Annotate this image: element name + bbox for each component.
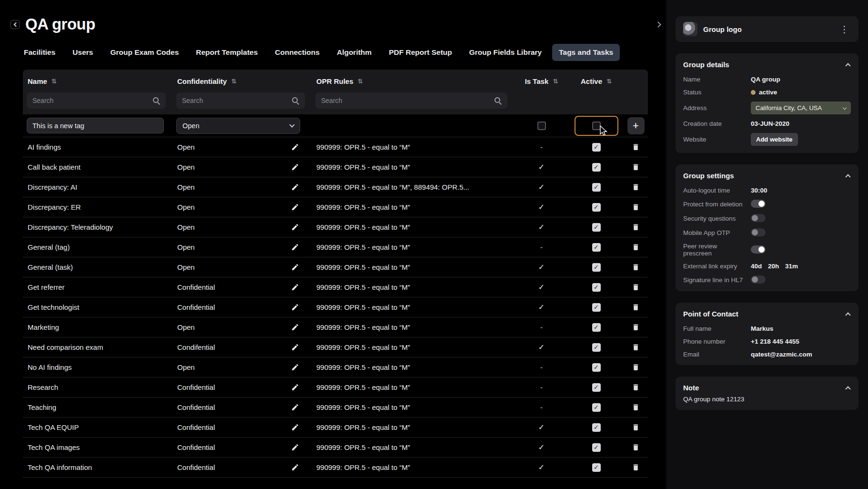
active-checkbox[interactable]	[592, 463, 601, 472]
active-checkbox[interactable]	[592, 203, 601, 212]
sort-icon[interactable]: ⇅	[358, 78, 363, 85]
delete-button[interactable]	[632, 163, 640, 171]
delete-button[interactable]	[632, 323, 640, 331]
add-tag-button[interactable]: +	[627, 117, 645, 134]
active-checkbox[interactable]	[592, 223, 601, 232]
edit-pencil-icon[interactable]	[291, 243, 299, 251]
confidentiality-search-input[interactable]	[176, 92, 305, 109]
delete-button[interactable]	[632, 363, 640, 371]
table-row: AI findingsOpen990999: OPR.5 - equal to …	[23, 137, 648, 157]
edit-pencil-icon[interactable]	[291, 163, 299, 171]
back-button[interactable]	[10, 20, 20, 29]
tab-report-templates[interactable]: Report Templates	[189, 44, 264, 61]
active-checkbox[interactable]	[592, 363, 601, 372]
is-task-cell: ✓	[514, 463, 569, 472]
active-checkbox[interactable]	[592, 323, 601, 332]
new-tag-confidentiality-select[interactable]: Open	[176, 118, 300, 134]
edit-pencil-icon[interactable]	[291, 223, 299, 231]
toggle-peer-review-prescreen[interactable]	[751, 245, 766, 254]
active-checkbox[interactable]	[592, 383, 601, 392]
edit-pencil-icon[interactable]	[291, 403, 299, 411]
active-checkbox[interactable]	[592, 163, 601, 172]
edit-pencil-icon[interactable]	[291, 363, 299, 371]
active-checkbox[interactable]	[592, 303, 601, 312]
column-header-is-task[interactable]: Is Task ⇅	[514, 77, 569, 85]
delete-button[interactable]	[632, 243, 640, 251]
delete-button[interactable]	[632, 443, 640, 451]
edit-pencil-icon[interactable]	[291, 203, 299, 211]
delete-button[interactable]	[632, 423, 640, 431]
active-checkbox[interactable]	[592, 183, 601, 192]
column-header-active[interactable]: Active ⇅	[569, 77, 624, 85]
edit-pencil-icon[interactable]	[291, 303, 299, 311]
delete-button[interactable]	[632, 283, 640, 291]
delete-button[interactable]	[632, 203, 640, 211]
active-checkbox[interactable]	[592, 423, 601, 432]
tab-users[interactable]: Users	[66, 44, 100, 61]
delete-button[interactable]	[632, 383, 640, 391]
active-checkbox[interactable]	[592, 283, 601, 292]
edit-pencil-icon[interactable]	[291, 423, 299, 431]
delete-button[interactable]	[632, 143, 640, 151]
address-select[interactable]: California City, CA, USA	[751, 102, 851, 114]
active-checkbox[interactable]	[592, 243, 601, 252]
delete-button[interactable]	[632, 263, 640, 271]
is-task-cell: -	[514, 323, 569, 331]
tab-algorithm[interactable]: Algorithm	[330, 44, 378, 61]
sort-icon[interactable]: ⇅	[553, 78, 558, 85]
kebab-menu-icon[interactable]: ⋮	[838, 24, 851, 35]
edit-pencil-icon[interactable]	[291, 343, 299, 351]
new-tag-is-task-checkbox[interactable]	[537, 122, 546, 130]
tab-facilities[interactable]: Facilities	[17, 44, 62, 61]
toggle-protect-from-deletion[interactable]	[751, 200, 766, 208]
edit-pencil-icon[interactable]	[291, 463, 299, 471]
edit-pencil-icon[interactable]	[291, 283, 299, 291]
name-search-input[interactable]	[27, 92, 166, 109]
table-body: AI findingsOpen990999: OPR.5 - equal to …	[23, 137, 648, 478]
active-checkbox[interactable]	[592, 403, 601, 412]
delete-button[interactable]	[632, 463, 640, 471]
new-tag-name-input[interactable]	[27, 118, 164, 133]
active-checkbox[interactable]	[592, 143, 601, 152]
edit-pencil-icon[interactable]	[291, 263, 299, 271]
delete-button[interactable]	[632, 303, 640, 311]
opr-search-input[interactable]	[315, 92, 507, 109]
edit-pencil-icon[interactable]	[291, 183, 299, 191]
tab-pdf-report-setup[interactable]: PDF Report Setup	[382, 44, 459, 61]
table-row: Tech QA informationConfidential990999: O…	[23, 458, 648, 478]
toggle-security-questions[interactable]	[751, 214, 766, 222]
collapse-section-icon[interactable]	[845, 174, 850, 179]
field-label: Creation date	[683, 120, 746, 127]
table-row: Call back patientOpen990999: OPR.5 - equ…	[23, 157, 648, 177]
tab-group-exam-codes[interactable]: Group Exam Codes	[103, 44, 185, 61]
tab-group-fields-library[interactable]: Group Fields Library	[463, 44, 548, 61]
delete-button[interactable]	[632, 223, 640, 231]
edit-pencil-icon[interactable]	[291, 143, 299, 151]
active-checkbox[interactable]	[592, 263, 601, 272]
delete-button[interactable]	[632, 183, 640, 191]
toggle-mobile-app-otp[interactable]	[751, 228, 766, 236]
column-header-name[interactable]: Name ⇅	[23, 77, 172, 85]
collapse-section-icon[interactable]	[845, 386, 850, 391]
sort-icon[interactable]: ⇅	[606, 78, 612, 85]
edit-pencil-icon[interactable]	[291, 443, 299, 451]
column-header-confidentiality[interactable]: Confidentiality ⇅	[172, 77, 312, 85]
sort-icon[interactable]: ⇅	[231, 78, 236, 85]
toggle-signature-line-in-hl7[interactable]	[751, 275, 766, 284]
edit-pencil-icon[interactable]	[291, 383, 299, 391]
column-header-opr-rules[interactable]: OPR Rules ⇅	[312, 77, 514, 85]
delete-button[interactable]	[632, 403, 640, 411]
edit-pencil-icon[interactable]	[291, 323, 299, 331]
tab-tags-and-tasks[interactable]: Tags and Tasks	[552, 44, 620, 61]
confidentiality-value: Open	[177, 243, 195, 251]
collapse-section-icon[interactable]	[845, 312, 850, 317]
delete-button[interactable]	[632, 343, 640, 351]
add-website-button[interactable]: Add website	[751, 133, 798, 146]
is-task-check-icon: ✓	[538, 443, 545, 452]
collapse-section-icon[interactable]	[845, 63, 850, 68]
panel-collapse-button[interactable]	[652, 18, 664, 31]
sort-icon[interactable]: ⇅	[51, 78, 57, 85]
tab-connections[interactable]: Connections	[268, 44, 326, 61]
active-checkbox[interactable]	[592, 343, 601, 352]
active-checkbox[interactable]	[592, 443, 601, 452]
